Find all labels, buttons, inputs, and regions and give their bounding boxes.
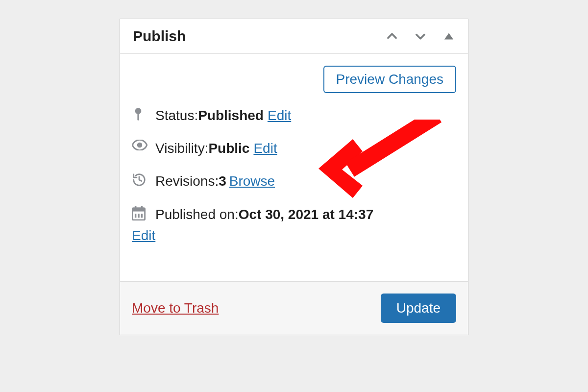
move-up-icon[interactable] [385, 29, 399, 44]
status-label: Status: [155, 106, 198, 125]
published-row: Published on: Oct 30, 2021 at 14:37 Edit [132, 198, 456, 252]
move-to-trash-link[interactable]: Move to Trash [132, 300, 219, 316]
svg-rect-10 [141, 214, 143, 218]
revisions-label: Revisions: [155, 172, 219, 191]
collapse-icon[interactable] [441, 29, 456, 44]
revisions-row: Revisions: 3 Browse [132, 165, 456, 197]
published-date: Oct 30, 2021 at 14:37 [239, 205, 374, 224]
published-edit-link[interactable]: Edit [132, 228, 155, 243]
visibility-row: Visibility: Public Edit [132, 132, 456, 165]
pin-icon [132, 106, 155, 122]
update-button[interactable]: Update [381, 294, 456, 323]
svg-rect-2 [137, 113, 139, 121]
move-down-icon[interactable] [413, 29, 428, 44]
svg-rect-6 [135, 206, 136, 209]
svg-rect-5 [132, 208, 145, 211]
svg-rect-8 [135, 214, 136, 218]
status-row: Status: Published Edit [132, 99, 456, 132]
panel-header-controls [385, 29, 456, 44]
meta-rows: Status: Published Edit Visibility: Publi… [120, 97, 468, 281]
svg-point-3 [137, 143, 143, 148]
history-icon [132, 172, 155, 187]
panel-header: Publish [120, 19, 468, 54]
preview-row: Preview Changes [120, 54, 468, 97]
preview-changes-button[interactable]: Preview Changes [323, 66, 456, 93]
svg-rect-9 [138, 214, 139, 218]
published-label: Published on: [155, 205, 239, 224]
revisions-browse-link[interactable]: Browse [229, 172, 275, 191]
publish-panel: Publish Preview Changes Status: [120, 19, 468, 335]
visibility-value: Public [208, 139, 249, 158]
panel-footer: Move to Trash Update [120, 281, 468, 335]
svg-rect-7 [141, 206, 143, 209]
calendar-icon [132, 205, 155, 220]
svg-marker-0 [444, 33, 453, 40]
eye-icon [132, 139, 155, 150]
panel-title: Publish [133, 28, 385, 45]
status-value: Published [198, 106, 264, 125]
visibility-label: Visibility: [155, 139, 208, 158]
visibility-edit-link[interactable]: Edit [253, 139, 277, 158]
revisions-count: 3 [219, 172, 226, 191]
status-edit-link[interactable]: Edit [268, 106, 291, 125]
